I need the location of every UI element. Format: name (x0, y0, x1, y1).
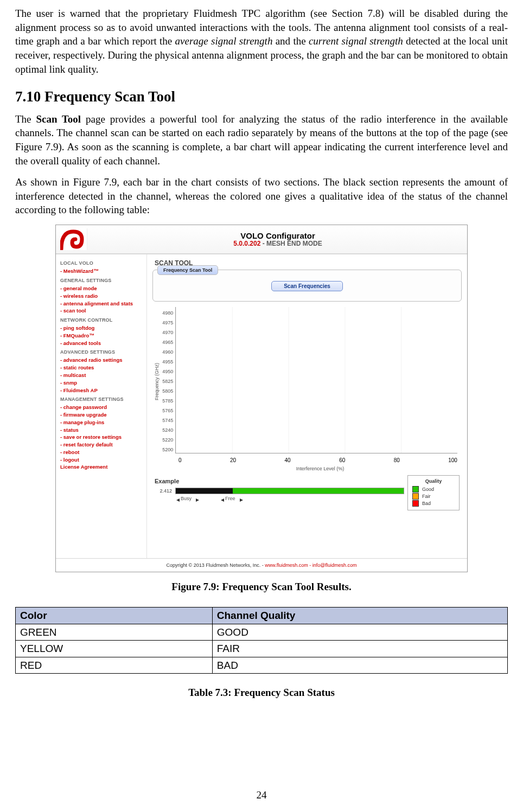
xtick: 60 (339, 457, 345, 464)
swatch-good (412, 486, 419, 493)
example-label: Example (155, 477, 404, 485)
intro-em-1: average signal strength (175, 35, 273, 47)
footer-link[interactable]: www.fluidmesh.com - info@fluidmesh.com (265, 562, 356, 568)
sidebar-item-plugins[interactable]: - manage plug-ins (60, 419, 143, 426)
quality-legend: Quality Good Fair Bad (407, 475, 460, 510)
ytick: 4950 (162, 367, 173, 376)
sidebar: LOCAL VOLO - MeshWizard™ GENERAL SETTING… (56, 254, 147, 558)
page-number: 24 (0, 788, 523, 802)
xtick: 40 (285, 457, 291, 464)
section-paragraph-1: The Scan Tool page provides a powerful t… (15, 112, 508, 168)
ytick: 4970 (162, 328, 173, 337)
chart-ycategories: 4980497549704965496049554950582558055785… (161, 307, 175, 456)
table-row: GREENGOOD (16, 624, 508, 641)
app-version: 5.0.0.202 (233, 240, 260, 247)
xtick: 20 (230, 457, 236, 464)
figure-wrap: VOLO Configurator 5.0.0.202 - MESH END M… (55, 225, 468, 594)
chart-xlabel: Interference Level (%) (178, 465, 462, 472)
sidebar-head-network: NETWORK CONTROL (60, 317, 143, 324)
intro-text-b: and the (272, 35, 309, 47)
sidebar-item-fmquadro[interactable]: - FMQuadro™ (60, 332, 143, 340)
scan-tool-bold: Scan Tool (36, 113, 81, 125)
section-heading: 7.10 Frequency Scan Tool (15, 87, 508, 106)
fluidmesh-logo (60, 228, 87, 250)
ytick: 5745 (162, 415, 173, 425)
th-quality: Channel Quality (212, 607, 507, 624)
legend-fair: Fair (422, 493, 431, 500)
ytick: 5240 (162, 425, 173, 435)
xtick: 100 (448, 457, 457, 464)
intro-paragraph: The user is warned that the proprietary … (15, 7, 508, 76)
th-color: Color (16, 607, 213, 624)
sidebar-item-save-restore[interactable]: - save or restore settings (60, 433, 143, 441)
sidebar-item-snmp[interactable]: - snmp (60, 379, 143, 387)
sidebar-head-management: MANAGEMENT SETTINGS (60, 396, 143, 403)
sidebar-item-license[interactable]: License Agreement (60, 463, 143, 471)
legend-good: Good (422, 486, 434, 493)
example-free-label: Free (221, 495, 243, 502)
ytick: 5805 (162, 386, 173, 396)
chart-xticks: 020406080100 (178, 457, 457, 464)
ytick: 4980 (162, 308, 173, 318)
sidebar-item-reboot[interactable]: - reboot (60, 449, 143, 456)
example-freq: 2.412 (155, 488, 172, 494)
app-footer: Copyright © 2013 Fluidmesh Networks, Inc… (56, 558, 467, 572)
sidebar-item-wireless-radio[interactable]: - wireless radio (60, 292, 143, 300)
chart-plot-area (175, 307, 457, 453)
sidebar-item-firmware[interactable]: - firmware upgrade (60, 411, 143, 419)
sidebar-item-fluidmesh-ap[interactable]: - Fluidmesh AP (60, 387, 143, 394)
app-mode: MESH END MODE (266, 240, 322, 247)
legend-bad: Bad (422, 500, 431, 507)
table-row: REDBAD (16, 657, 508, 674)
sidebar-item-change-password[interactable]: - change password (60, 404, 143, 411)
quality-table: Color Channel Quality GREENGOOD YELLOWFA… (15, 607, 508, 674)
panel-tab: Frequency Scan Tool (157, 265, 218, 275)
intro-em-2: current signal strength (309, 35, 403, 47)
figure-caption: Figure 7.9: Frequency Scan Tool Results. (55, 580, 468, 594)
section-paragraph-2: As shown in Figure 7.9, each bar in the … (15, 175, 508, 217)
app-header: VOLO Configurator 5.0.0.202 - MESH END M… (56, 225, 467, 254)
sidebar-item-factory-default[interactable]: - reset factory default (60, 441, 143, 449)
xtick: 80 (394, 457, 400, 464)
sidebar-item-antenna-alignment[interactable]: - antenna alignment and stats (60, 300, 143, 308)
sidebar-item-static-routes[interactable]: - static routes (60, 364, 143, 372)
example-busy-label: Busy (176, 495, 199, 502)
legend-title: Quality (412, 478, 455, 484)
ytick: 5785 (162, 396, 173, 406)
frequency-chart: Frequency (GHz) 498049754970496549604955… (152, 307, 462, 456)
ytick: 4965 (162, 337, 173, 347)
table-row: YELLOWFAIR (16, 641, 508, 657)
app-screenshot: VOLO Configurator 5.0.0.202 - MESH END M… (55, 225, 468, 572)
app-title: VOLO Configurator (93, 231, 463, 240)
table-caption: Table 7.3: Frequency Scan Status (15, 686, 508, 700)
swatch-fair (412, 493, 419, 500)
ytick: 4955 (162, 357, 173, 367)
sidebar-item-multicast[interactable]: - multicast (60, 372, 143, 379)
sidebar-head-general: GENERAL SETTINGS (60, 277, 143, 284)
scan-panel: Frequency Scan Tool Scan Frequencies (152, 270, 462, 302)
sidebar-item-meshwizard[interactable]: - MeshWizard™ (60, 267, 143, 275)
ytick: 4960 (162, 347, 173, 357)
sidebar-item-status[interactable]: - status (60, 426, 143, 434)
ytick: 5765 (162, 406, 173, 415)
main-pane: SCAN TOOL Frequency Scan Tool Scan Frequ… (147, 254, 467, 558)
sidebar-item-adv-radio[interactable]: - advanced radio settings (60, 356, 143, 364)
xtick: 0 (178, 457, 182, 464)
sidebar-item-logout[interactable]: - logout (60, 456, 143, 464)
ytick: 4975 (162, 318, 173, 328)
sidebar-head-local: LOCAL VOLO (60, 260, 143, 267)
sidebar-item-advanced-tools[interactable]: - advanced tools (60, 340, 143, 347)
sidebar-item-general-mode[interactable]: - general mode (60, 285, 143, 292)
swatch-bad (412, 500, 419, 507)
scan-frequencies-button[interactable]: Scan Frequencies (271, 281, 343, 291)
example-bar (175, 488, 404, 494)
chart-ylabel: Frequency (GHz) (152, 363, 161, 400)
sidebar-item-ping[interactable]: - ping softdog (60, 324, 143, 332)
ytick: 5220 (162, 435, 173, 445)
sidebar-head-advanced: ADVANCED SETTINGS (60, 349, 143, 356)
sidebar-item-scan-tool[interactable]: - scan tool (60, 307, 143, 315)
ytick: 5200 (162, 445, 173, 455)
ytick: 5825 (162, 376, 173, 386)
